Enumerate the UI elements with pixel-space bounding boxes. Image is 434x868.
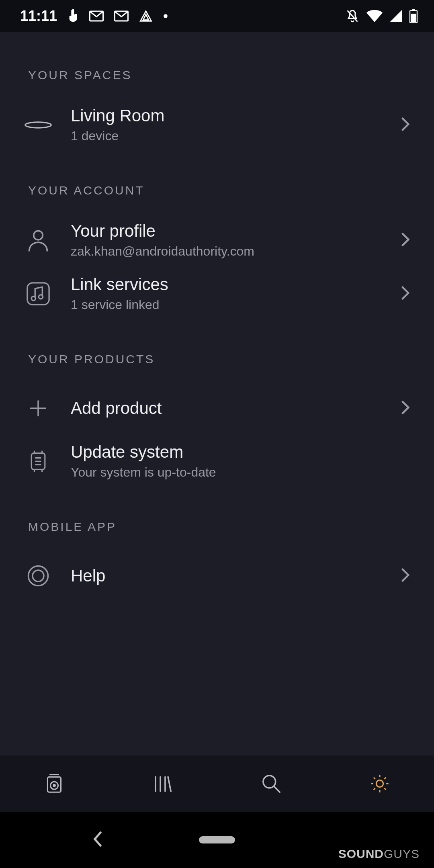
mute-icon	[346, 9, 359, 23]
update-system-title: Update system	[71, 442, 410, 462]
nav-home-pill[interactable]	[199, 836, 235, 843]
svg-point-11	[39, 295, 43, 299]
gmail-icon-2	[114, 10, 129, 22]
chevron-right-icon	[401, 286, 410, 302]
notification-dot-icon	[163, 14, 168, 18]
status-time: 11:11	[20, 8, 57, 25]
gmail-icon	[89, 10, 104, 22]
section-header-account: Your Account	[0, 184, 434, 197]
tab-player[interactable]	[0, 755, 108, 812]
section-header-products: Your Products	[0, 352, 434, 366]
link-services-sub: 1 service linked	[71, 297, 383, 312]
chip-icon	[24, 447, 52, 475]
drive-icon	[139, 10, 153, 22]
svg-point-20	[33, 570, 44, 581]
profile-email: zak.khan@androidauthority.com	[71, 244, 383, 259]
profile-title: Your profile	[71, 221, 383, 241]
space-title: Living Room	[71, 106, 383, 125]
svg-point-2	[164, 14, 168, 18]
battery-icon	[409, 9, 418, 23]
space-living-room[interactable]: Living Room 1 device	[0, 98, 434, 151]
watermark: SOUNDGUYS	[338, 847, 420, 861]
svg-point-19	[29, 566, 48, 586]
wifi-icon	[366, 10, 383, 22]
help[interactable]: Help	[0, 550, 434, 602]
bottom-tab-bar	[0, 755, 434, 812]
svg-rect-9	[27, 283, 49, 304]
svg-line-28	[168, 777, 171, 791]
tab-search[interactable]	[217, 755, 326, 812]
plus-icon	[24, 394, 52, 422]
space-subtitle: 1 device	[71, 129, 383, 143]
svg-point-24	[53, 784, 55, 786]
svg-point-8	[34, 231, 43, 240]
add-product[interactable]: Add product	[0, 382, 434, 434]
update-system[interactable]: Update system Your system is up-to-date	[0, 434, 434, 488]
link-services[interactable]: Link services 1 service linked	[0, 267, 434, 320]
chevron-right-icon	[401, 568, 410, 584]
status-bar: 11:11	[0, 0, 434, 32]
svg-line-3	[348, 10, 358, 22]
svg-point-10	[31, 296, 35, 300]
person-icon	[24, 226, 52, 254]
lifebuoy-icon	[24, 562, 52, 590]
svg-point-31	[376, 780, 383, 787]
tab-library[interactable]	[108, 755, 217, 812]
system-navigation-bar: SOUNDGUYS	[0, 812, 434, 868]
your-profile[interactable]: Your profile zak.khan@androidauthority.c…	[0, 213, 434, 267]
touch-icon	[68, 9, 79, 23]
signal-icon	[390, 10, 402, 22]
settings-content: Your Spaces Living Room 1 device Your Ac…	[0, 32, 434, 755]
update-system-sub: Your system is up-to-date	[71, 465, 410, 480]
chevron-right-icon	[401, 117, 410, 133]
speaker-device-icon	[24, 111, 52, 139]
svg-line-30	[274, 786, 280, 792]
chevron-right-icon	[401, 400, 410, 416]
help-title: Help	[71, 566, 383, 585]
link-services-title: Link services	[71, 275, 383, 294]
svg-point-7	[25, 122, 51, 127]
music-icon	[24, 280, 52, 308]
chevron-right-icon	[401, 232, 410, 248]
nav-back-button[interactable]	[92, 831, 103, 849]
section-header-spaces: Your Spaces	[0, 68, 434, 82]
section-header-mobile: Mobile App	[0, 520, 434, 534]
tab-settings[interactable]	[326, 755, 434, 812]
add-product-title: Add product	[71, 399, 383, 418]
svg-rect-5	[412, 9, 415, 11]
svg-rect-6	[411, 14, 416, 22]
